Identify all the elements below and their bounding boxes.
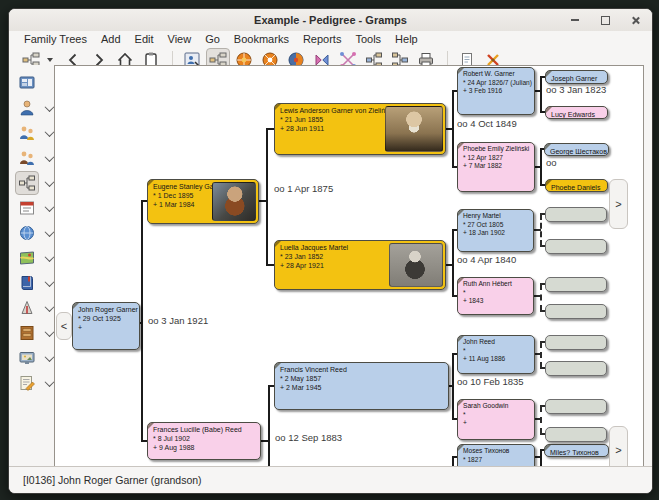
unknown-person-box[interactable] [545,277,607,292]
connector-line [446,128,453,130]
person-box-john-reed[interactable]: John Reed * + 11 Aug 1886 [457,335,535,374]
person-box-joseph-garner[interactable]: Joseph Garner [545,70,608,84]
menu-help[interactable]: Help [388,33,425,45]
chevron-down-icon[interactable] [45,252,55,262]
menu-reports[interactable]: Reports [296,33,349,45]
person-box-eugene-stanley-garner[interactable]: Eugene Stanley Garner * 1 Dec 1895 + 1 M… [147,179,259,224]
sidebar-item-places[interactable] [11,221,53,245]
sidebar-item-repositories[interactable] [11,321,53,345]
person-name: Phoebe Emily Zieliński [463,145,531,154]
unknown-person-box[interactable] [545,207,607,222]
connector-line [449,385,453,387]
person-death: + 11 Aug 1886 [463,355,531,364]
sidebar-item-people[interactable] [11,96,53,120]
person-box-phoebe-daniels[interactable]: Phoebe Daniels [545,179,608,192]
chevron-down-icon[interactable] [45,177,55,187]
person-birth: * [463,347,531,356]
unknown-person-box[interactable] [545,335,607,350]
sidebar-item-citations[interactable] [11,296,53,320]
maximize-icon [601,16,610,25]
chevron-down-icon[interactable] [45,377,55,387]
person-box-sarah-goodwin[interactable]: Sarah Goodwin * + [457,399,535,440]
person-box-lewis-anderson-garner[interactable]: Lewis Anderson Garner von Zieliński Sr *… [274,103,446,155]
gramps-window: Example - Pedigree - Gramps Family Trees… [8,8,653,494]
person-box-henry-martel[interactable]: Henry Martel * 27 Oct 1805 + 18 Jan 1902 [457,209,534,252]
pedigree-nav-left-button[interactable]: < [56,312,72,340]
connector-line [259,200,267,202]
maximize-button[interactable] [598,13,612,27]
chevron-down-icon[interactable] [45,152,55,162]
marriage-label: oo 12 Sep 1883 [275,432,342,443]
person-birth: * 29 Oct 1925 [78,314,136,323]
menu-go[interactable]: Go [198,33,227,45]
chevron-left-icon: < [61,320,67,332]
sidebar-item-relationships[interactable] [11,121,53,145]
connector-line [446,264,453,266]
titlebar[interactable]: Example - Pedigree - Gramps [9,9,652,32]
pedigree-canvas[interactable]: John Roger Garner * 29 Oct 1925 + < Euge… [54,65,644,469]
connector-line [540,77,542,112]
expander-corner-icon [73,303,79,309]
chevron-down-icon[interactable] [45,227,55,237]
person-birth: * 8 Jul 1902 [153,434,257,443]
person-name: John Reed [463,338,531,347]
media-icon [18,349,36,367]
person-death: + [463,419,531,428]
sidebar-item-dashboard[interactable] [11,71,39,95]
sidebar-item-notes[interactable] [11,371,53,395]
minimize-button[interactable] [568,13,582,27]
person-box-luella-jacques-martel[interactable]: Luella Jacques Martel * 23 Jan 1852 + 28… [274,240,446,290]
sidebar-item-events[interactable] [11,196,53,220]
person-death: + 7 Mar 1882 [463,162,531,171]
menu-family-trees[interactable]: Family Trees [17,33,94,45]
person-birth: * [463,289,530,298]
person-box-george-shestakov[interactable]: George Шестаков [544,143,609,156]
sidebar-item-geography[interactable] [11,246,53,270]
chevron-down-icon[interactable] [45,327,55,337]
unknown-person-box[interactable] [545,361,607,376]
person-box-miles-tikhonov[interactable]: Miles? Тихонов [544,444,609,457]
menu-add[interactable]: Add [94,33,128,45]
unknown-person-box[interactable] [545,304,607,319]
events-icon [18,199,36,217]
statusbar: [I0136] John Roger Garner (grandson) [9,466,652,493]
person-name: Francis Vincent Reed [280,365,445,374]
sidebar-item-sources[interactable] [11,271,53,295]
person-box-lucy-edwards[interactable]: Lucy Edwards [545,106,608,119]
menu-tools[interactable]: Tools [348,33,388,45]
sidebar-item-charts[interactable] [11,171,53,195]
chevron-down-icon[interactable] [45,202,55,212]
expander-corner-icon [458,336,464,342]
expander-corner-icon [275,363,281,369]
menu-view[interactable]: View [161,33,199,45]
minimize-icon [571,19,579,21]
chevron-down-icon[interactable] [45,277,55,287]
connector-line [268,386,270,468]
connector-line [535,166,541,168]
menu-bookmarks[interactable]: Bookmarks [227,33,296,45]
person-box-frances-lucille-reed[interactable]: Frances Lucille (Babe) Reed * 8 Jul 1902… [147,422,261,460]
chevron-down-icon[interactable] [45,302,55,312]
window-controls [568,9,642,31]
pedigree-expand-right-button[interactable]: > [609,426,628,469]
chevron-down-icon[interactable] [45,352,55,362]
unknown-person-box[interactable] [545,239,607,254]
close-button[interactable] [628,13,642,27]
person-box-john-roger-garner[interactable]: John Roger Garner * 29 Oct 1925 + [72,302,140,350]
chevron-down-icon[interactable] [45,102,55,112]
sidebar-item-media[interactable] [11,346,53,370]
person-box-robert-w-garner[interactable]: Robert W. Garner * 24 Apr 1826/7 (Julian… [457,67,535,115]
menu-edit[interactable]: Edit [128,33,161,45]
unknown-person-box[interactable] [545,399,607,414]
unknown-person-box[interactable] [545,427,607,442]
person-box-ruth-ann-hebert[interactable]: Ruth Ann Hébert * + 1843 [457,277,534,315]
connector-line-dashed [534,295,541,297]
pedigree-expand-right-button[interactable]: > [609,179,628,229]
person-birth: * 1827 [463,456,531,465]
person-box-phoebe-emily-zielinski[interactable]: Phoebe Emily Zieliński * 12 Apr 1827 + 7… [457,142,535,192]
person-box-francis-vincent-reed[interactable]: Francis Vincent Reed * 2 May 1857 + 2 Ma… [274,362,449,410]
chevron-down-icon[interactable] [45,127,55,137]
person-name: Ruth Ann Hébert [463,280,530,289]
relationships-icon [18,124,36,142]
sidebar-item-families[interactable] [11,146,53,170]
